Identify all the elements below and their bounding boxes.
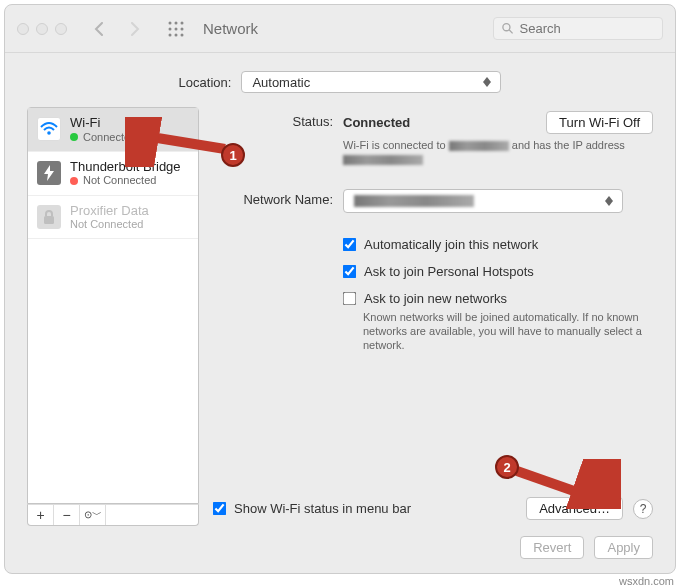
svg-point-8 — [181, 33, 184, 36]
minimize-window-button[interactable] — [36, 23, 48, 35]
search-field[interactable] — [493, 17, 663, 40]
content: Wi-Fi Connected Thunderbolt Bridge Not C… — [5, 107, 675, 526]
redacted-network-name — [354, 195, 474, 207]
sidebar-item-status: Connected — [83, 131, 136, 144]
svg-point-4 — [175, 27, 178, 30]
back-button[interactable] — [85, 17, 113, 41]
location-row: Location: Automatic — [5, 53, 675, 107]
remove-service-button[interactable]: − — [54, 505, 80, 525]
window-footer: Revert Apply — [5, 526, 675, 573]
window-title: Network — [203, 20, 258, 37]
sidebar-item-status: Not Connected — [70, 218, 143, 231]
status-value: Connected — [343, 115, 410, 130]
location-select[interactable]: Automatic — [241, 71, 501, 93]
thunderbolt-icon — [37, 161, 61, 185]
service-list: Wi-Fi Connected Thunderbolt Bridge Not C… — [27, 107, 199, 504]
traffic-lights — [17, 23, 67, 35]
personal-hotspots-input[interactable] — [343, 264, 357, 278]
watermark: wsxdn.com — [619, 575, 674, 587]
add-service-button[interactable]: + — [28, 505, 54, 525]
personal-hotspots-checkbox[interactable]: Ask to join Personal Hotspots — [343, 264, 653, 279]
titlebar: Network — [5, 5, 675, 53]
network-name-select[interactable] — [343, 189, 623, 213]
checkbox-label: Automatically join this network — [364, 237, 538, 252]
svg-point-9 — [503, 24, 510, 31]
svg-point-1 — [175, 21, 178, 24]
show-all-icon[interactable] — [167, 20, 185, 38]
svg-point-11 — [47, 132, 51, 136]
network-name-row: Network Name: — [213, 189, 653, 213]
forward-button[interactable] — [121, 17, 149, 41]
turn-wifi-off-button[interactable]: Turn Wi-Fi Off — [546, 111, 653, 134]
search-input[interactable] — [520, 21, 655, 36]
sidebar-footer: + − ⊙﹀ — [27, 504, 199, 526]
sidebar-item-label: Proxifier Data — [70, 203, 149, 219]
svg-point-5 — [181, 27, 184, 30]
detail-bottom-row: Show Wi-Fi status in menu bar Advanced… … — [213, 487, 653, 526]
redacted-ssid — [449, 141, 509, 151]
sidebar-item-label: Thunderbolt Bridge — [70, 159, 181, 175]
status-description: Wi-Fi is connected to and has the IP add… — [343, 138, 653, 167]
status-label: Status: — [213, 111, 333, 129]
checkbox-label: Ask to join new networks — [364, 291, 507, 306]
status-dot-icon — [70, 133, 78, 141]
close-window-button[interactable] — [17, 23, 29, 35]
sidebar-item-status: Not Connected — [83, 174, 156, 187]
status-row: Status: Connected Turn Wi-Fi Off Wi-Fi i… — [213, 111, 653, 167]
checkbox-group: Automatically join this network Ask to j… — [213, 237, 653, 353]
show-menu-input[interactable] — [213, 502, 227, 516]
checkbox-label: Show Wi-Fi status in menu bar — [234, 501, 411, 516]
status-dot-icon — [70, 177, 78, 185]
ask-new-input[interactable] — [343, 291, 357, 305]
zoom-window-button[interactable] — [55, 23, 67, 35]
wifi-icon — [37, 117, 61, 141]
ask-new-networks-checkbox[interactable]: Ask to join new networks — [343, 291, 653, 306]
svg-point-0 — [169, 21, 172, 24]
sidebar-item-label: Wi-Fi — [70, 115, 136, 131]
location-value: Automatic — [252, 75, 310, 90]
ask-new-subtext: Known networks will be joined automatica… — [363, 310, 653, 353]
auto-join-checkbox[interactable]: Automatically join this network — [343, 237, 653, 252]
revert-button[interactable]: Revert — [520, 536, 584, 559]
svg-point-7 — [175, 33, 178, 36]
checkbox-label: Ask to join Personal Hotspots — [364, 264, 534, 279]
network-name-label: Network Name: — [213, 189, 333, 207]
redacted-ip — [343, 155, 423, 165]
svg-point-3 — [169, 27, 172, 30]
prefs-window: Network Location: Automatic — [4, 4, 676, 574]
chevron-up-down-icon — [480, 77, 494, 87]
auto-join-input[interactable] — [343, 237, 357, 251]
advanced-button[interactable]: Advanced… — [526, 497, 623, 520]
show-menu-checkbox[interactable]: Show Wi-Fi status in menu bar — [213, 501, 411, 516]
svg-point-2 — [181, 21, 184, 24]
sidebar-item-proxifier[interactable]: Proxifier Data Not Connected — [28, 196, 198, 240]
search-icon — [502, 22, 514, 35]
lock-icon — [37, 205, 61, 229]
detail-panel: Status: Connected Turn Wi-Fi Off Wi-Fi i… — [213, 107, 653, 526]
chevron-up-down-icon — [602, 196, 616, 206]
svg-rect-12 — [44, 216, 54, 224]
service-actions-button[interactable]: ⊙﹀ — [80, 505, 106, 525]
help-button[interactable]: ? — [633, 499, 653, 519]
sidebar-item-wifi[interactable]: Wi-Fi Connected — [28, 108, 198, 152]
sidebar-column: Wi-Fi Connected Thunderbolt Bridge Not C… — [27, 107, 199, 526]
location-label: Location: — [179, 75, 232, 90]
svg-point-6 — [169, 33, 172, 36]
sidebar-item-thunderbolt[interactable]: Thunderbolt Bridge Not Connected — [28, 152, 198, 196]
apply-button[interactable]: Apply — [594, 536, 653, 559]
svg-line-10 — [509, 30, 513, 34]
